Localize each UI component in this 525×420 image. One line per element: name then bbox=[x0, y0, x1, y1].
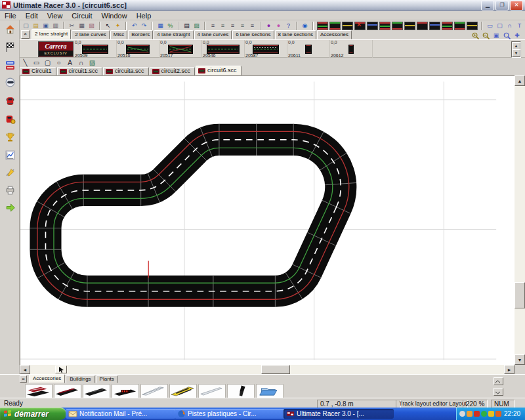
race-car-icon[interactable] bbox=[1, 92, 18, 109]
piece-flip-button[interactable] bbox=[379, 22, 390, 30]
shape-text-button[interactable]: T bbox=[514, 21, 524, 30]
scroll-up-arrow[interactable]: ▲ bbox=[514, 75, 525, 86]
palette-item-20611[interactable]: 0,020611 bbox=[287, 40, 330, 58]
palette-item-20546[interactable]: 0,020546 bbox=[201, 40, 245, 58]
piece-measure-button[interactable] bbox=[417, 22, 428, 30]
piece-export-button[interactable] bbox=[467, 22, 478, 30]
race-flag-icon[interactable] bbox=[1, 38, 18, 55]
taskbar-task-2[interactable]: Pistes plastiques - Cir... bbox=[175, 409, 285, 419]
tray-antivirus-icon[interactable] bbox=[481, 411, 487, 417]
text-tool-button[interactable]: A bbox=[64, 58, 75, 67]
category-tab-6-lane-sections[interactable]: 6 lane sections bbox=[232, 30, 274, 39]
palette-item-20509[interactable]: 0,020509 bbox=[74, 40, 117, 58]
piece-duplicate-button[interactable] bbox=[392, 22, 403, 30]
category-tab-2-lane-curves[interactable]: 2 lane curves bbox=[72, 30, 110, 39]
piece-border-button[interactable] bbox=[429, 22, 440, 30]
category-tab-2-lane-straight[interactable]: 2 lane straight bbox=[32, 29, 71, 39]
zoom-in-button[interactable] bbox=[470, 31, 480, 40]
palette-item-20516[interactable]: 0,020516 bbox=[116, 40, 159, 58]
rounded-rect-tool-button[interactable]: ▢ bbox=[42, 58, 53, 67]
scroll-down-arrow[interactable]: ▼ bbox=[514, 354, 525, 365]
category-tab-misc[interactable]: Misc bbox=[110, 30, 127, 39]
piece-delete-button[interactable]: ✕ bbox=[354, 22, 366, 30]
palette-item-20587[interactable]: 0,020587 bbox=[244, 40, 287, 58]
horizontal-scrollbar[interactable]: ◄ ► bbox=[20, 365, 514, 374]
run-icon[interactable] bbox=[1, 199, 18, 216]
zoom-region-button[interactable] bbox=[501, 31, 512, 40]
track-edit-icon[interactable] bbox=[1, 163, 18, 180]
rect-tool-button[interactable]: ▭ bbox=[31, 58, 42, 67]
carrera-logo[interactable]: Carrera EXCLUSIV bbox=[38, 41, 74, 57]
palette-scroll-down[interactable]: ▼ bbox=[512, 49, 520, 57]
shape-rounded-button[interactable]: ▢ bbox=[495, 21, 505, 30]
accessory-connection-track[interactable] bbox=[54, 384, 81, 399]
restore-button[interactable]: ❐ bbox=[495, 1, 509, 10]
series-logos-icon[interactable] bbox=[1, 56, 18, 74]
accessory-guard-rail[interactable] bbox=[198, 384, 226, 399]
tray-pdf-icon[interactable] bbox=[474, 411, 480, 417]
palette-item-20612[interactable]: 0,020612 bbox=[329, 40, 373, 58]
dock-tab-accessories[interactable]: Accessories bbox=[29, 374, 65, 383]
menu-circuit[interactable]: Circuit bbox=[67, 11, 96, 20]
pointer-tool-button[interactable] bbox=[55, 366, 67, 373]
document-tab-circuit2-scc[interactable]: circuit2.scc bbox=[150, 67, 196, 75]
fit-window-button[interactable]: ▣ bbox=[491, 31, 501, 40]
accessory-lap-counter[interactable] bbox=[25, 384, 52, 399]
palette-close-button[interactable]: × bbox=[21, 30, 30, 39]
curve-tool-button[interactable]: ∩ bbox=[75, 58, 87, 67]
category-tab-borders[interactable]: Borders bbox=[128, 30, 153, 39]
zoom-out-button[interactable] bbox=[480, 31, 491, 40]
accessory-lap-display[interactable] bbox=[112, 384, 139, 399]
dock-scroll-down[interactable] bbox=[494, 388, 503, 396]
taskbar-task-1[interactable]: Notification Mail - Pré... bbox=[66, 409, 176, 419]
car-setup-icon[interactable] bbox=[1, 110, 18, 127]
piece-color-button[interactable] bbox=[442, 22, 453, 30]
piece-thumbnail-stub[interactable] bbox=[305, 45, 312, 55]
menu-window[interactable]: Window bbox=[97, 11, 132, 20]
horizontal-scroll-thumb[interactable] bbox=[261, 365, 290, 374]
pan-view-button[interactable]: ✚ bbox=[512, 31, 522, 40]
menu-help[interactable]: Help bbox=[132, 11, 156, 20]
shape-rect-button[interactable]: ▭ bbox=[485, 21, 495, 30]
scroll-left-arrow[interactable]: ◄ bbox=[20, 365, 30, 374]
piece-group-button[interactable] bbox=[404, 22, 415, 30]
piece-rotate-button[interactable] bbox=[367, 22, 378, 30]
image-tool-button[interactable]: ▨ bbox=[87, 58, 98, 67]
palette-item-20517[interactable]: 0,020517 bbox=[159, 40, 202, 58]
vertical-scrollbar[interactable]: ▲ ▼ bbox=[514, 75, 525, 365]
accessory-open-folder[interactable] bbox=[256, 384, 284, 399]
tray-volume-icon[interactable] bbox=[459, 411, 465, 417]
accessory-control-unit[interactable] bbox=[83, 384, 110, 399]
layout-canvas[interactable] bbox=[20, 75, 514, 365]
document-tab-circuita-scc[interactable]: circuita.scc bbox=[103, 67, 149, 75]
palette-scrollbar[interactable]: ▲ ▼ bbox=[511, 41, 521, 58]
piece-preview-button[interactable] bbox=[454, 22, 465, 30]
trophy-icon[interactable] bbox=[1, 129, 18, 146]
start-button[interactable]: démarrer bbox=[0, 408, 66, 420]
helmet-icon[interactable] bbox=[1, 74, 18, 91]
accessory-pit-stop[interactable] bbox=[169, 384, 197, 399]
document-tab-circuit1-scc[interactable]: circuit1.scc bbox=[57, 67, 103, 75]
minimize-button[interactable]: ▁ bbox=[481, 1, 494, 10]
category-tab-4-lane-straight[interactable]: 4 lane straight bbox=[154, 30, 193, 39]
dock-tab-plants[interactable]: Plants bbox=[96, 375, 118, 383]
dock-close-button[interactable]: × bbox=[20, 375, 27, 383]
category-tab-accessories[interactable]: Accessories bbox=[317, 30, 352, 39]
new-file-button[interactable]: ▢ bbox=[21, 21, 31, 30]
menu-file[interactable]: File bbox=[0, 11, 21, 20]
scroll-right-arrow[interactable]: ► bbox=[504, 365, 514, 374]
document-tab-circuit6-scc[interactable]: circuit6.scc bbox=[196, 66, 242, 75]
taskbar-task-3[interactable]: Ultimate Racer 3.0 - [... bbox=[284, 409, 394, 419]
document-tab-circuit1[interactable]: Circuit1 bbox=[20, 67, 56, 75]
accessory-bridge-rail[interactable] bbox=[140, 384, 168, 399]
dock-tab-buildings[interactable]: Buildings bbox=[66, 375, 94, 383]
vertical-scroll-thumb[interactable] bbox=[514, 282, 525, 308]
line-tool-button[interactable]: ╲ bbox=[20, 58, 31, 67]
close-button[interactable]: ✕ bbox=[510, 1, 523, 10]
category-tab-4-lane-curves[interactable]: 4 lane curves bbox=[194, 30, 232, 39]
home-icon[interactable] bbox=[1, 20, 18, 37]
piece-thumbnail-stub-small[interactable] bbox=[348, 45, 354, 55]
accessory-hand-controller[interactable] bbox=[227, 384, 255, 399]
statistics-icon[interactable] bbox=[1, 146, 18, 163]
menu-edit[interactable]: Edit bbox=[21, 11, 43, 20]
